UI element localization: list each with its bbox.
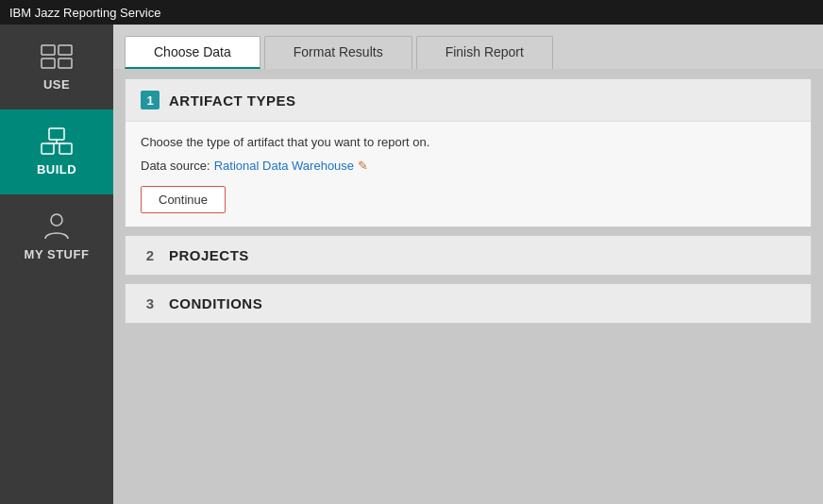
continue-button[interactable]: Continue [141,186,226,213]
my-stuff-icon [40,213,74,240]
svg-rect-6 [59,143,72,154]
svg-rect-2 [42,59,55,68]
edit-icon[interactable]: ✎ [358,159,368,173]
panel-conditions-title: CONDITIONS [169,295,262,311]
use-icon [40,43,74,70]
tab-choose-data[interactable]: Choose Data [125,36,260,69]
svg-rect-5 [42,143,54,154]
content-panels: 1 ARTIFACT TYPES Choose the type of arti… [113,69,823,504]
panel-conditions-header[interactable]: 3 CONDITIONS [126,284,811,323]
main-layout: USE BUILD [0,25,823,504]
panel-projects: 2 PROJECTS [125,235,812,276]
tab-finish-report[interactable]: Finish Report [416,36,553,69]
svg-rect-1 [59,45,72,55]
data-source-link[interactable]: Rational Data Warehouse [214,159,354,173]
data-source-label: Data source: [141,159,210,173]
panel-number-1: 1 [141,91,160,109]
svg-rect-4 [49,128,64,140]
svg-rect-3 [59,59,72,68]
sidebar-mystuff-label: MY STUFF [25,247,90,261]
sidebar: USE BUILD [0,25,113,504]
panel-number-2: 2 [141,247,160,263]
panel-artifact-types-title: ARTIFACT TYPES [169,92,296,109]
panel-projects-header[interactable]: 2 PROJECTS [126,236,811,275]
data-source-row: Data source: Rational Data Warehouse ✎ [141,159,796,173]
svg-rect-0 [42,45,55,55]
top-bar: IBM Jazz Reporting Service [0,0,823,25]
sidebar-use-label: USE [43,77,70,92]
sidebar-item-my-stuff[interactable]: MY STUFF [0,194,113,279]
panel-number-3: 3 [141,295,160,311]
panel-artifact-types-body: Choose the type of artifact that you wan… [126,121,811,227]
panel-artifact-types: 1 ARTIFACT TYPES Choose the type of arti… [125,78,812,227]
content-area: Choose Data Format Results Finish Report… [113,25,823,504]
panel-artifact-types-header[interactable]: 1 ARTIFACT TYPES [126,79,811,121]
tab-format-results[interactable]: Format Results [264,36,412,69]
panel-conditions: 3 CONDITIONS [125,283,812,324]
sidebar-build-label: BUILD [37,162,76,176]
app-title: IBM Jazz Reporting Service [9,6,160,20]
sidebar-item-build[interactable]: BUILD [0,109,113,194]
panel-projects-title: PROJECTS [169,247,249,263]
sidebar-item-use[interactable]: USE [0,25,113,109]
tab-bar: Choose Data Format Results Finish Report [113,25,823,69]
svg-point-10 [51,214,62,226]
build-icon [40,128,74,155]
artifact-types-description: Choose the type of artifact that you wan… [141,135,796,149]
